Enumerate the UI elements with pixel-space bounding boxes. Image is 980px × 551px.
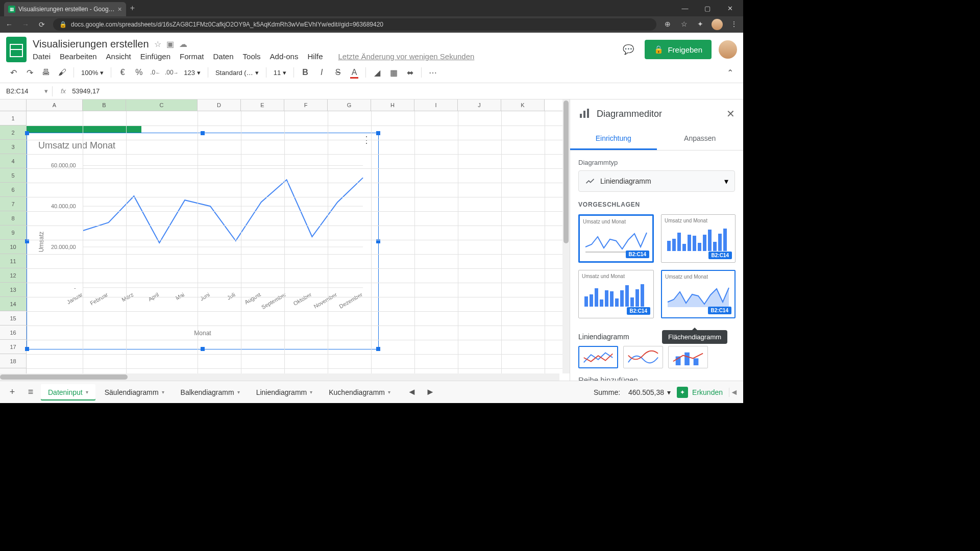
undo-icon[interactable]: ↶ (6, 65, 20, 80)
borders-icon[interactable]: ▦ (386, 65, 401, 80)
side-panel-toggle-icon[interactable]: ◄ (729, 388, 739, 397)
line-type-combo[interactable] (668, 346, 708, 368)
explore-button[interactable]: ✦ Erkunden (677, 387, 723, 398)
sheet-tab[interactable]: Liniendiagramm ▾ (249, 384, 320, 400)
cloud-status-icon[interactable]: ☁ (179, 39, 187, 49)
status-sum[interactable]: Summe: 460.505,38 ▾ (594, 388, 671, 396)
embedded-chart[interactable]: ⋮ Umsatz und Monat Umsatz -20.000,0040.0… (27, 133, 379, 349)
menu-bearbeiten[interactable]: Bearbeiten (60, 52, 97, 61)
row-header[interactable]: 9 (0, 226, 27, 240)
close-tab-icon[interactable]: × (118, 5, 122, 13)
move-icon[interactable]: ▣ (166, 39, 174, 49)
menu-format[interactable]: Format (180, 52, 204, 61)
resize-handle[interactable] (201, 347, 205, 351)
last-edit-text[interactable]: Letzte Änderung vor wenigen Sekunden (338, 52, 474, 61)
sheet-nav-left-icon[interactable]: ◄ (404, 384, 420, 400)
maximize-button[interactable]: ▢ (697, 1, 718, 15)
zoom-icon[interactable]: ⊕ (663, 19, 673, 29)
share-button[interactable]: 🔒 Freigeben (645, 40, 712, 59)
row-header[interactable]: 8 (0, 211, 27, 226)
spreadsheet-grid[interactable]: ABCDEFGHIJK 1234567891011121314151617181… (0, 99, 570, 381)
back-icon[interactable]: ← (4, 19, 14, 30)
column-header[interactable]: I (414, 99, 458, 111)
text-color-icon[interactable]: A (347, 65, 361, 80)
name-box[interactable]: B2:C14 ▾ (4, 85, 50, 97)
column-header[interactable]: C (126, 99, 198, 111)
italic-icon[interactable]: I (314, 65, 329, 80)
merge-icon[interactable]: ⬌ (403, 65, 417, 80)
collapse-toolbar-icon[interactable]: ⌃ (723, 65, 737, 80)
row-header[interactable]: 16 (0, 325, 27, 340)
row-header[interactable]: 7 (0, 197, 27, 211)
comments-icon[interactable]: 💬 (619, 40, 638, 59)
formula-value[interactable]: 53949,17 (72, 87, 100, 95)
profile-avatar[interactable] (712, 19, 723, 30)
column-header[interactable]: K (501, 99, 545, 111)
add-series-button[interactable]: Reihe hinzufügen (578, 375, 735, 381)
row-header[interactable]: 3 (0, 140, 27, 154)
suggested-chart-area[interactable]: Umsatz und Monat B2:C14 (661, 270, 736, 318)
column-header[interactable]: A (27, 99, 83, 111)
strikethrough-icon[interactable]: S (331, 65, 345, 80)
decrease-decimal-icon[interactable]: .0← (148, 65, 162, 80)
row-header[interactable]: 1 (0, 111, 27, 126)
currency-icon[interactable]: € (115, 65, 130, 80)
column-header[interactable]: G (328, 99, 371, 111)
bookmark-icon[interactable]: ☆ (679, 19, 689, 29)
resize-handle[interactable] (25, 131, 29, 135)
menu-einfuegen[interactable]: Einfügen (140, 52, 170, 61)
user-avatar[interactable] (719, 40, 737, 59)
zoom-dropdown[interactable]: 100% ▾ (78, 69, 107, 77)
suggested-chart-line[interactable]: Umsatz und Monat B2:C14 (578, 214, 654, 263)
all-sheets-icon[interactable]: ≡ (22, 384, 39, 400)
row-header[interactable]: 6 (0, 183, 27, 197)
chart-title[interactable]: Umsatz und Monat (27, 133, 378, 155)
suggested-chart-column-alt[interactable]: Umsatz und Monat B2:C14 (578, 270, 654, 318)
sheet-tab[interactable]: Kuchendiagramm ▾ (322, 384, 398, 400)
percent-icon[interactable]: % (132, 65, 146, 80)
bold-icon[interactable]: B (298, 65, 312, 80)
minimize-button[interactable]: — (675, 1, 695, 15)
menu-addons[interactable]: Add-ons (270, 52, 299, 61)
line-type-smooth[interactable] (623, 346, 663, 368)
more-toolbar-icon[interactable]: ⋯ (426, 65, 440, 80)
extensions-icon[interactable]: ✦ (695, 19, 705, 29)
column-header[interactable]: B (83, 99, 126, 111)
horizontal-scrollbar[interactable] (0, 373, 559, 381)
menu-ansicht[interactable]: Ansicht (106, 52, 131, 61)
font-dropdown[interactable]: Standard (… ▾ (212, 69, 262, 77)
sheets-logo-icon[interactable] (6, 37, 27, 62)
sheet-tab[interactable]: Dateninput ▾ (41, 384, 95, 400)
column-header[interactable]: J (458, 99, 501, 111)
column-header[interactable]: E (241, 99, 284, 111)
sheet-tab[interactable]: Balkendiagramm ▾ (174, 384, 247, 400)
menu-hilfe[interactable]: Hilfe (307, 52, 323, 61)
row-header[interactable]: 12 (0, 268, 27, 283)
row-header[interactable]: 10 (0, 240, 27, 254)
chart-type-dropdown[interactable]: Liniendiagramm ▾ (578, 170, 735, 192)
vertical-scrollbar[interactable] (562, 99, 570, 373)
font-size-dropdown[interactable]: 11 ▾ (271, 69, 289, 77)
tab-customize[interactable]: Anpassen (657, 128, 744, 150)
add-sheet-button[interactable]: + (4, 384, 20, 400)
column-header[interactable]: D (198, 99, 241, 111)
row-header[interactable]: 4 (0, 154, 27, 168)
sheet-tab[interactable]: Säulendiagramm ▾ (97, 384, 172, 400)
menu-tools[interactable]: Tools (243, 52, 261, 61)
resize-handle[interactable] (25, 347, 29, 351)
resize-handle[interactable] (376, 131, 380, 135)
menu-datei[interactable]: Datei (33, 52, 51, 61)
increase-decimal-icon[interactable]: .00→ (164, 65, 179, 80)
new-tab-button[interactable]: + (130, 4, 135, 13)
row-header[interactable]: 18 (0, 354, 27, 368)
close-window-button[interactable]: ✕ (720, 1, 740, 15)
print-icon[interactable]: 🖶 (39, 65, 53, 80)
column-header[interactable]: H (371, 99, 414, 111)
forward-icon[interactable]: → (20, 19, 31, 30)
row-header[interactable]: 14 (0, 297, 27, 311)
resize-handle[interactable] (201, 131, 205, 135)
menu-daten[interactable]: Daten (213, 52, 234, 61)
sheet-nav-right-icon[interactable]: ► (422, 384, 438, 400)
row-header[interactable]: 2 (0, 126, 27, 140)
close-panel-icon[interactable]: ✕ (726, 108, 735, 120)
